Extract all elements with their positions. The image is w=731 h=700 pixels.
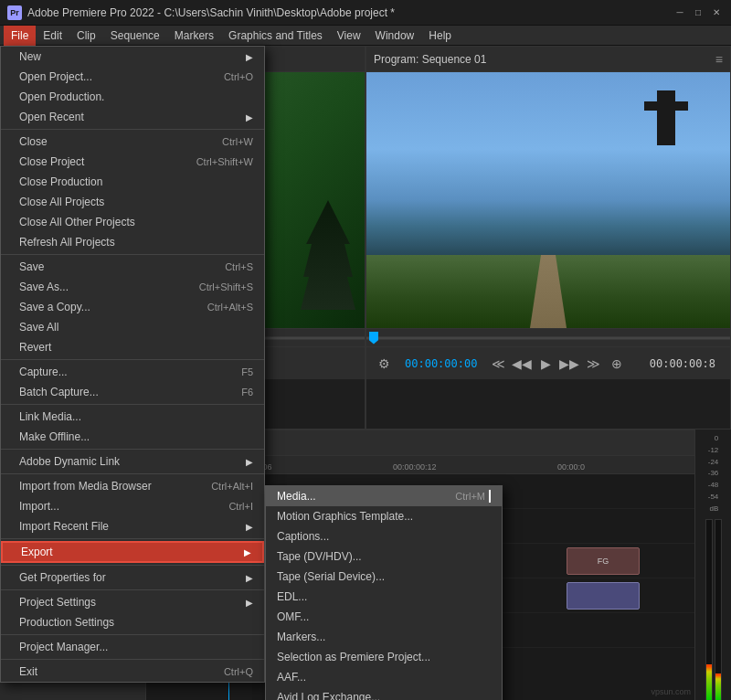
menu-project-manager-label: Project Manager... [19,641,108,653]
program-transport-step-back[interactable]: ◀◀ [512,354,532,374]
menu-get-properties[interactable]: Get Properties for ▶ [1,567,264,588]
menu-open-recent-arrow: ▶ [246,112,253,122]
export-edl[interactable]: EDL... [266,587,502,607]
menu-new[interactable]: New ▶ [1,47,264,67]
close-window-button[interactable]: ✕ [709,5,724,20]
watermark: vpsun.com [651,687,691,696]
menu-window[interactable]: Window [368,26,422,46]
export-markers-label: Markers... [277,631,325,643]
menu-make-offline[interactable]: Make Offline... [1,427,264,447]
menu-graphics[interactable]: Graphics and Titles [221,26,330,46]
menu-open-project[interactable]: Open Project... Ctrl+O [1,67,264,87]
menu-close-all-other[interactable]: Close All Other Projects [1,212,264,232]
menu-help[interactable]: Help [421,26,459,46]
program-scrubber[interactable] [366,328,730,346]
export-selection-premiere[interactable]: Selection as Premiere Project... [266,647,502,667]
menu-close-project[interactable]: Close Project Ctrl+Shift+W [1,152,264,172]
menu-edit[interactable]: Edit [36,26,69,46]
menu-sequence[interactable]: Sequence [103,26,167,46]
menu-file[interactable]: File [4,26,36,46]
menu-get-properties-arrow: ▶ [246,573,253,583]
program-monitor-menu-icon[interactable]: ≡ [715,52,723,67]
export-tape-dvd-label: Tape (DV/HDV)... [277,550,362,563]
menu-import-recent[interactable]: Import Recent File ▶ [1,516,264,536]
menu-project-manager[interactable]: Project Manager... [1,637,264,657]
menu-save-copy[interactable]: Save a Copy... Ctrl+Alt+S [1,297,264,317]
menu-project-settings[interactable]: Project Settings ▶ [1,592,264,612]
export-selection-premiere-label: Selection as Premiere Project... [277,651,430,663]
menu-close-production[interactable]: Close Production [1,172,264,192]
menu-export-label: Export [21,546,53,558]
program-settings-icon[interactable]: ⚙ [374,354,394,374]
menu-clip[interactable]: Clip [69,26,103,46]
program-transport-skip-fwd[interactable]: ≫ [583,354,603,374]
export-captions[interactable]: Captions... [266,526,502,546]
menu-exit-label: Exit [19,665,37,678]
menu-export[interactable]: Export ▶ [1,541,264,563]
minimize-button[interactable]: ─ [673,5,687,20]
menu-batch-capture-shortcut: F6 [241,387,253,398]
menu-save-all[interactable]: Save All [1,317,264,337]
tree-silhouette-right [301,200,355,310]
menu-view[interactable]: View [330,26,368,46]
program-transport-skip-back[interactable]: ≪ [488,354,508,374]
menu-save-copy-label: Save a Copy... [19,301,90,313]
export-motion-graphics[interactable]: Motion Graphics Template... [266,506,502,526]
menu-import[interactable]: Import... Ctrl+I [1,496,264,516]
export-aaf[interactable]: AAF... [266,667,502,687]
menu-capture[interactable]: Capture... F5 [1,362,264,382]
export-omf[interactable]: OMF... [266,607,502,627]
menu-close[interactable]: Close Ctrl+W [1,132,264,152]
program-monitor-header: Program: Sequence 01 ≡ [366,47,730,72]
meter-scale-db: dB [708,504,719,515]
menu-open-production[interactable]: Open Production. [1,87,264,107]
menu-revert[interactable]: Revert [1,337,264,357]
menu-close-project-shortcut: Ctrl+Shift+W [196,156,253,167]
menu-link-media[interactable]: Link Media... [1,407,264,427]
menu-save-label: Save [19,260,44,273]
menu-save-shortcut: Ctrl+S [225,261,253,272]
program-video-frame [366,72,730,328]
program-transport-record[interactable]: ⊕ [607,354,627,374]
meter-scale-0: 0 [708,433,719,445]
menu-production-settings[interactable]: Production Settings [1,612,264,632]
export-markers[interactable]: Markers... [266,627,502,647]
export-avid-log[interactable]: Avid Log Exchange... [266,687,502,700]
program-timecode-right: 00:00:00:8 [650,357,715,370]
menu-dynamic-link[interactable]: Adobe Dynamic Link ▶ [1,451,264,472]
meter-scale-48: -48 [708,480,719,492]
menu-markers[interactable]: Markers [167,26,221,46]
export-tape-serial[interactable]: Tape (Serial Device)... [266,567,502,587]
audio-meters: 0 -12 -24 -36 -48 -54 dB [694,430,731,700]
menu-import-label: Import... [19,500,59,513]
sep-6 [1,473,264,474]
menu-exit-shortcut: Ctrl+Q [224,666,253,677]
app-title: Adobe Premiere Pro 2022 - C:\Users\Sachi… [27,6,673,19]
export-media[interactable]: Media... Ctrl+M [266,486,502,506]
export-media-label: Media... [277,490,316,503]
menu-refresh-all[interactable]: Refresh All Projects [1,232,264,252]
file-dropdown-menu: New ▶ Open Project... Ctrl+O Open Produc… [0,46,265,683]
menu-save[interactable]: Save Ctrl+S [1,257,264,277]
menu-batch-capture[interactable]: Batch Capture... F6 [1,382,264,402]
audio-clip-2[interactable] [567,582,640,610]
program-timecode-left: 00:00:00:00 [405,357,477,370]
menu-open-recent[interactable]: Open Recent ▶ [1,107,264,127]
fx-clip[interactable]: FG [567,547,640,575]
program-transport-step-fwd[interactable]: ▶▶ [559,354,579,374]
meter-scale-12: -12 [708,445,719,457]
menu-close-all-projects[interactable]: Close All Projects [1,192,264,212]
menu-exit[interactable]: Exit Ctrl+Q [1,662,264,682]
sep-10 [1,634,264,635]
menu-project-settings-label: Project Settings [19,596,96,609]
sep-9 [1,589,264,590]
program-scrubber-head[interactable] [369,332,378,345]
menu-import-media-browser[interactable]: Import from Media Browser Ctrl+Alt+I [1,476,264,496]
menu-save-as[interactable]: Save As... Ctrl+Shift+S [1,277,264,297]
maximize-button[interactable]: □ [691,5,705,20]
program-transport-play[interactable]: ▶ [535,354,556,374]
export-tape-dvd[interactable]: Tape (DV/HDV)... [266,546,502,567]
menu-close-label: Close [19,135,48,148]
time-marker-2: 00:00:00:12 [393,462,437,472]
menu-import-shortcut: Ctrl+I [228,501,253,512]
